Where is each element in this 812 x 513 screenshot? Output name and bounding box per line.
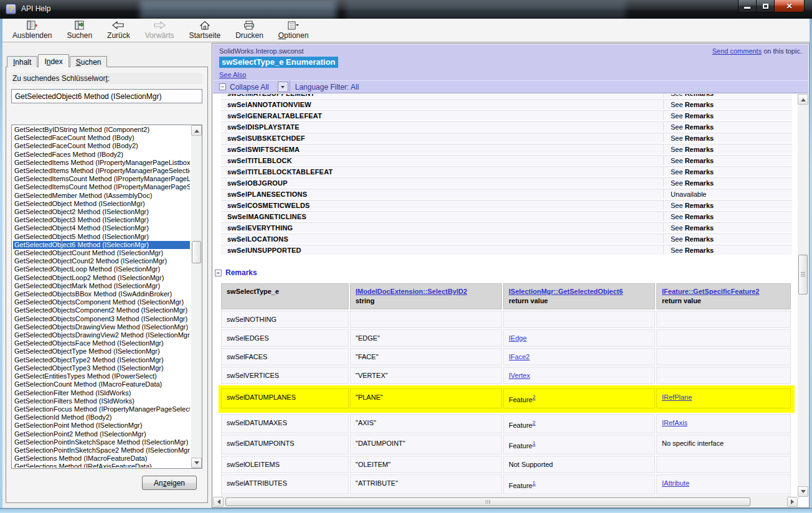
content-vertical-scrollbar[interactable] bbox=[798, 94, 808, 497]
remarks-table: swSelectType_eIModelDocExtension::Select… bbox=[221, 283, 792, 497]
list-item[interactable]: GetSelectedMember Method (IAssemblyDoc) bbox=[13, 192, 190, 200]
tab-suchen[interactable]: Suchen bbox=[70, 56, 108, 67]
list-item[interactable]: GetSelectByIDString Method (IComponent2) bbox=[13, 126, 190, 134]
list-item[interactable]: GetSelectionPoint2 Method (ISelectionMgr… bbox=[13, 430, 190, 438]
list-item[interactable]: GetSelectedObject5 Method (ISelectionMgr… bbox=[13, 233, 190, 241]
list-item[interactable]: GetSelections Method (IMacroFeatureData) bbox=[13, 454, 190, 463]
list-item[interactable]: GetSelectionPointInSketchSpace Method (I… bbox=[13, 438, 190, 446]
list-item[interactable]: GetSelectedObjectsDrawingView Method (IS… bbox=[13, 323, 190, 331]
list-item[interactable]: GetSelections Method (IRefAxisFeatureDat… bbox=[13, 463, 190, 468]
list-item[interactable]: GetSelectedObjectMark Method (ISelection… bbox=[13, 282, 190, 290]
list-item[interactable]: GetSelectedFaceCount Method (IBody) bbox=[13, 134, 190, 142]
api-link[interactable]: 2 bbox=[532, 420, 536, 426]
collapse-all-label[interactable]: Collapse All bbox=[230, 83, 269, 92]
api-link[interactable]: ISelectionMgr::GetSelectedObject6 bbox=[509, 288, 623, 295]
api-link[interactable]: IAttribute bbox=[662, 479, 689, 487]
collapse-remarks-icon[interactable]: − bbox=[215, 270, 222, 276]
display-button[interactable]: Anzeigen bbox=[142, 476, 197, 490]
options-button[interactable]: Optionen bbox=[271, 19, 316, 42]
api-link[interactable]: IModelDocExtension::SelectByID2 bbox=[356, 288, 467, 295]
collapse-dropdown-button[interactable] bbox=[278, 82, 288, 92]
api-link[interactable]: 1 bbox=[532, 440, 536, 446]
remarks-cell bbox=[656, 311, 791, 328]
content-horizontal-scrollbar[interactable] bbox=[213, 497, 798, 507]
scrollbar-thumb[interactable] bbox=[225, 497, 750, 506]
language-filter-label[interactable]: Language Filter: All bbox=[295, 83, 359, 92]
maximize-button[interactable] bbox=[757, 0, 775, 12]
help-app-icon: ? bbox=[6, 4, 16, 14]
collapse-all-icon[interactable]: − bbox=[219, 83, 226, 90]
scroll-down-arrow[interactable] bbox=[798, 486, 808, 497]
tab-inhalt[interactable]: Inhalt bbox=[7, 56, 37, 67]
index-list-scrollbar[interactable] bbox=[191, 125, 202, 468]
list-item[interactable]: GetSelectedObject4 Method (ISelectionMgr… bbox=[13, 224, 190, 232]
api-link[interactable]: IVertex bbox=[509, 372, 530, 379]
see-also-link[interactable]: See Also bbox=[219, 71, 246, 78]
titlebar[interactable]: ? API Help ✕ bbox=[0, 0, 812, 19]
enum-row: swSelEVERYTHINGSee Remarks bbox=[221, 222, 792, 232]
list-item[interactable]: GetSelectedObjectLoop Method (ISelection… bbox=[13, 265, 190, 273]
list-item[interactable]: GetSelectionCount Method (IMacroFeatureD… bbox=[13, 380, 190, 388]
list-item[interactable]: GetSelectedObjectsFace Method (ISelectio… bbox=[13, 339, 190, 347]
minimize-button[interactable] bbox=[738, 0, 757, 12]
print-button[interactable]: Drucken bbox=[228, 19, 271, 42]
list-item[interactable]: GetSelectionFilter Method (ISldWorks) bbox=[13, 389, 190, 397]
list-item[interactable]: GetSelectedItems Method (IPropertyManage… bbox=[13, 167, 190, 175]
list-item[interactable]: GetSelectedObjectsComponent3 Method (ISe… bbox=[13, 315, 190, 323]
list-item[interactable]: GetSelectionPoint Method (ISelectionMgr) bbox=[13, 421, 190, 430]
list-item[interactable]: GetSelectEntitiesTypes Method (IPowerSel… bbox=[13, 372, 190, 380]
list-item[interactable]: GetSelectedObjectLoop2 Method (ISelectio… bbox=[13, 274, 190, 282]
list-item[interactable]: GetSelectedObjectCount Method (ISelectio… bbox=[13, 249, 190, 257]
search-sync-button[interactable]: Suchen bbox=[59, 19, 100, 42]
api-link[interactable]: 1 bbox=[532, 480, 536, 486]
list-item[interactable]: GetSelectedObject6 Method (ISelectionMgr… bbox=[13, 241, 190, 249]
scroll-left-arrow[interactable] bbox=[213, 497, 224, 507]
list-item[interactable]: GetSelectedObjectsDrawingView2 Method (I… bbox=[13, 331, 190, 339]
api-link[interactable]: IEdge bbox=[509, 334, 527, 342]
forward-button[interactable]: Vorwärts bbox=[138, 19, 182, 42]
list-item[interactable]: GetSelectedObjectType3 Method (ISelectio… bbox=[13, 364, 190, 372]
keyword-input[interactable] bbox=[11, 89, 202, 103]
scroll-down-arrow[interactable] bbox=[191, 458, 202, 468]
back-button[interactable]: Zurück bbox=[100, 19, 138, 42]
list-item[interactable]: GetSelectedObject2 Method (ISelectionMgr… bbox=[13, 208, 190, 216]
list-item[interactable]: GetSelectedObjectType2 Method (ISelectio… bbox=[13, 356, 190, 364]
close-button[interactable]: ✕ bbox=[775, 0, 805, 12]
api-link[interactable]: IFace2 bbox=[509, 353, 530, 360]
list-item[interactable]: GetSelectedItemsCount Method (IPropertyM… bbox=[13, 175, 190, 183]
hide-button[interactable]: Ausblenden bbox=[5, 19, 59, 42]
list-item[interactable]: GetSelectionId Method (IBody2) bbox=[13, 413, 190, 421]
enum-value: See Remarks bbox=[671, 112, 714, 120]
tab-index[interactable]: Index bbox=[38, 54, 68, 67]
list-item[interactable]: GetSelectedObjectCount2 Method (ISelecti… bbox=[13, 257, 190, 265]
list-item[interactable]: GetSelectedFaceCount Method (IBody2) bbox=[13, 142, 190, 150]
left-arrow-icon bbox=[215, 499, 220, 504]
topic-header: SolidWorks.Interop.swconst Send comments… bbox=[213, 44, 808, 80]
scroll-right-arrow[interactable] bbox=[787, 497, 798, 507]
api-link[interactable]: IRefPlane bbox=[662, 393, 692, 401]
api-link[interactable]: IFeature::GetSpecificFeature2 bbox=[662, 288, 760, 295]
scrollbar-thumb[interactable] bbox=[798, 255, 808, 294]
enum-value: See Remarks bbox=[671, 247, 714, 254]
send-comments-link[interactable]: Send comments bbox=[712, 47, 762, 55]
scroll-up-arrow[interactable] bbox=[798, 94, 808, 105]
enum-name: swSelANNOTATIONVIEW bbox=[227, 101, 311, 108]
api-link[interactable]: 2 bbox=[532, 394, 536, 400]
list-item[interactable]: GetSelectionFocus Method (IPropertyManag… bbox=[13, 405, 190, 413]
list-item[interactable]: GetSelectedFaces Method (IBody2) bbox=[13, 151, 190, 159]
list-item[interactable]: GetSelectedObjectType Method (ISelection… bbox=[13, 347, 190, 355]
list-item[interactable]: GetSelectedItems Method (IPropertyManage… bbox=[13, 159, 190, 167]
scroll-up-arrow[interactable] bbox=[191, 125, 202, 136]
list-item[interactable]: GetSelectedObject Method (ISelectionMgr) bbox=[13, 200, 190, 208]
remarks-cell-name: swSelDATUMAXES bbox=[221, 414, 349, 434]
list-item[interactable]: GetSelectionFilters Method (ISldWorks) bbox=[13, 397, 190, 405]
list-item[interactable]: GetSelectedObjectsComponent Method (ISel… bbox=[13, 298, 190, 306]
home-button[interactable]: Startseite bbox=[181, 19, 228, 42]
list-item[interactable]: GetSelectionPointInSketchSpace2 Method (… bbox=[13, 446, 190, 454]
list-item[interactable]: GetSelectedObjectsComponent2 Method (ISe… bbox=[13, 306, 190, 314]
list-item[interactable]: GetSelectedItemsCount Method (IPropertyM… bbox=[13, 183, 190, 191]
list-item[interactable]: GetSelectedObject3 Method (ISelectionMgr… bbox=[13, 216, 190, 224]
list-item[interactable]: GetSelectedObjectsBBox Method (ISwAddinB… bbox=[13, 290, 190, 298]
api-link[interactable]: IRefAxis bbox=[662, 419, 687, 426]
scrollbar-thumb[interactable] bbox=[192, 241, 201, 263]
